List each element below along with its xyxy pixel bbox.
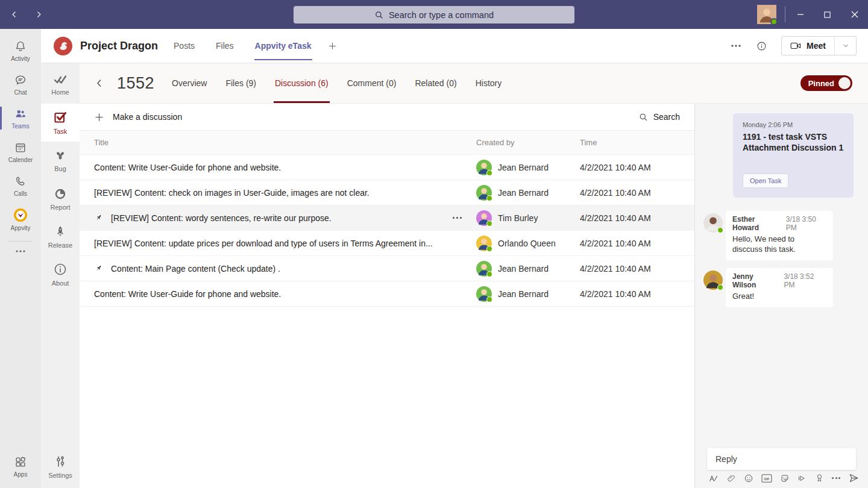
attach-icon[interactable]: [726, 474, 736, 483]
sidebar-item-teams[interactable]: Teams: [0, 101, 41, 135]
team-logo-icon: [54, 37, 72, 55]
make-discussion-button[interactable]: Make a discussion: [94, 112, 182, 122]
presence-badge: [486, 170, 492, 176]
command-search-bar[interactable]: Search or type a command: [294, 6, 574, 23]
creator-avatar: [476, 185, 492, 201]
search-placeholder-text: Search or type a command: [389, 10, 494, 20]
etask-sidebar: Home Task Bug Report Release About Setti…: [41, 63, 80, 488]
list-search-button[interactable]: Search: [638, 112, 680, 122]
row-more-button[interactable]: [450, 214, 464, 221]
teams-icon: [13, 107, 28, 120]
table-row[interactable]: [REVIEW] Content: check on images in Use…: [80, 180, 694, 205]
tab-files[interactable]: Files: [215, 30, 234, 62]
stream-share-icon[interactable]: [797, 474, 807, 483]
table-row[interactable]: [REVIEW] Content: wordy sentences, re-wr…: [80, 205, 694, 231]
message-text: Hello, We need to disccuss this task.: [732, 234, 826, 255]
settings-sliders-icon: [53, 454, 68, 469]
close-button[interactable]: [841, 0, 868, 29]
chat-message: Jenny Wilson 3/18 3:52 PM Great!: [703, 268, 868, 307]
tab-comment[interactable]: Comment (0): [346, 63, 398, 103]
presence-badge: [486, 271, 492, 277]
tab-overview[interactable]: Overview: [171, 63, 208, 103]
etask-item-home[interactable]: Home: [41, 66, 80, 104]
table-row[interactable]: Content: Write User-Guide for phone and …: [80, 281, 694, 307]
phone-icon: [14, 175, 27, 188]
pin-icon: [94, 213, 103, 222]
pinned-label: Pinned: [808, 79, 834, 88]
channel-tabs: Posts Files Appvity eTask: [173, 30, 312, 62]
table-row[interactable]: Content: Write User-Guide for phone and …: [80, 155, 694, 180]
appvity-logo-icon: [13, 208, 28, 222]
creator-avatar: [476, 160, 492, 175]
reply-input[interactable]: [707, 448, 856, 470]
sidebar-item-apps[interactable]: Apps: [0, 449, 41, 483]
bell-icon: [14, 40, 27, 53]
praise-icon[interactable]: [815, 473, 824, 483]
tab-files[interactable]: Files (9): [224, 63, 257, 103]
about-info-icon: [53, 262, 68, 277]
tab-discussion[interactable]: Discussion (6): [274, 63, 330, 103]
minimize-button[interactable]: [787, 0, 814, 29]
tab-appvity-etask[interactable]: Appvity eTask: [254, 30, 312, 62]
sidebar-item-activity[interactable]: Activity: [0, 34, 41, 67]
presence-badge: [717, 227, 723, 233]
send-icon[interactable]: [848, 472, 860, 484]
tab-history[interactable]: History: [474, 63, 503, 103]
column-header-title: Title: [80, 138, 476, 147]
table-row[interactable]: [REVIEW] Content: update prices per down…: [80, 231, 694, 256]
etask-item-report[interactable]: Report: [41, 180, 80, 217]
user-avatar[interactable]: [757, 5, 776, 24]
sender-name: Jenny Wilson: [732, 272, 778, 289]
sidebar-item-chat[interactable]: Chat: [0, 67, 41, 101]
task-id: 1552: [117, 74, 154, 93]
back-chevron-icon[interactable]: [95, 78, 104, 88]
maximize-button[interactable]: [814, 0, 841, 29]
add-tab-icon[interactable]: [328, 42, 337, 51]
discussion-chat-panel: Monday 2:06 PM 1191 - test task VSTS Att…: [695, 104, 868, 488]
channel-info-icon[interactable]: [749, 41, 774, 51]
emoji-icon[interactable]: [744, 474, 753, 483]
sender-avatar: [703, 271, 723, 290]
format-icon[interactable]: [708, 473, 719, 483]
message-text: Great!: [732, 291, 826, 302]
forward-icon[interactable]: [31, 7, 46, 22]
message-bubble: Jenny Wilson 3/18 3:52 PM Great!: [726, 268, 833, 307]
list-toolbar: Make a discussion Search: [80, 104, 694, 131]
etask-item-release[interactable]: Release: [41, 217, 80, 255]
gif-icon[interactable]: GIF: [761, 474, 772, 483]
chat-messages: Esther Howard 3/18 3:50 PM Hello, We nee…: [695, 211, 868, 307]
rail-divider: [8, 241, 33, 242]
table-header: Title Created by Time: [80, 131, 694, 155]
app-rail: Activity Chat Teams Calender Calls Appvi…: [0, 29, 41, 488]
etask-item-about[interactable]: About: [41, 255, 80, 293]
card-title: 1191 - test task VSTS Attachment Discuss…: [743, 131, 844, 154]
meet-button[interactable]: Meet: [782, 41, 834, 51]
sidebar-item-calendar[interactable]: Calender: [0, 135, 41, 169]
calendar-icon: [14, 141, 27, 154]
etask-item-bug[interactable]: Bug: [41, 142, 80, 180]
message-time: 3/18 3:50 PM: [786, 215, 826, 232]
tab-posts[interactable]: Posts: [173, 30, 195, 62]
sticker-icon[interactable]: [780, 474, 790, 483]
presence-badge: [486, 195, 492, 201]
etask-item-task[interactable]: Task: [41, 104, 80, 142]
task-checkbox-icon: [53, 110, 68, 125]
etask-item-settings[interactable]: Settings: [41, 448, 80, 486]
open-task-button[interactable]: Open Task: [743, 174, 788, 188]
compose-more-icon[interactable]: [832, 477, 840, 479]
chat-icon: [14, 74, 27, 87]
reply-box: [707, 448, 856, 470]
table-row[interactable]: Content: Main Page content (Check update…: [80, 256, 694, 281]
more-apps-icon[interactable]: [16, 243, 25, 260]
tab-related[interactable]: Related (0): [414, 63, 458, 103]
meet-dropdown-chevron[interactable]: [835, 37, 856, 55]
sidebar-item-appvity[interactable]: Appvity: [0, 202, 41, 236]
channel-more-icon[interactable]: [723, 45, 749, 47]
pinned-toggle[interactable]: Pinned: [800, 75, 852, 91]
task-reference-card: Monday 2:06 PM 1191 - test task VSTS Att…: [733, 113, 854, 198]
column-header-created-by: Created by: [476, 138, 580, 147]
back-icon[interactable]: [7, 7, 22, 22]
presence-badge: [770, 18, 778, 25]
sidebar-item-calls[interactable]: Calls: [0, 169, 41, 202]
team-header: Project Dragon Posts Files Appvity eTask…: [41, 29, 868, 63]
